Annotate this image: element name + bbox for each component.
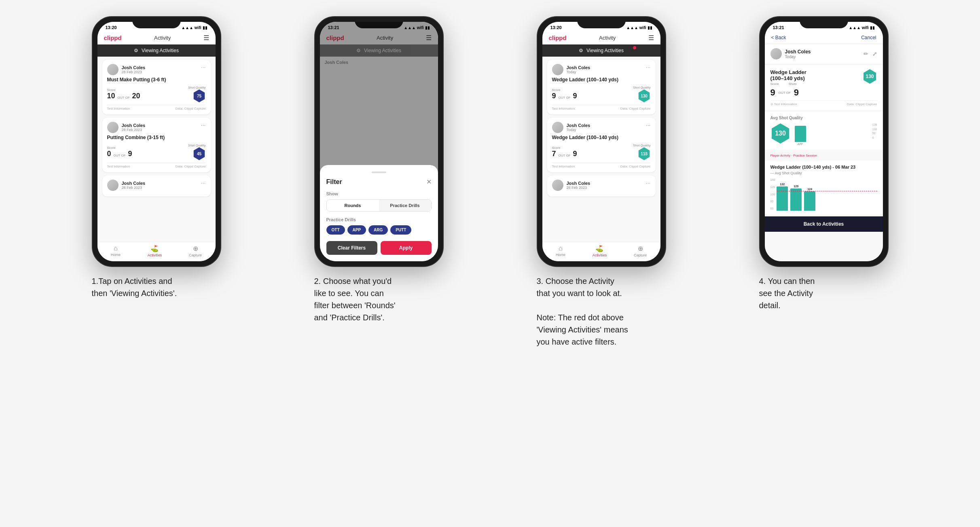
more-options-3-3[interactable]: ···: [646, 180, 651, 186]
card-footer-3-2: Test Information Data: Clippd Capture: [552, 163, 651, 168]
clear-filters-button[interactable]: Clear Filters: [326, 241, 377, 255]
nav-activities-3[interactable]: ⛳ Activities: [593, 245, 607, 257]
more-options-1-2[interactable]: ···: [201, 122, 206, 128]
bar-col-app: APP: [795, 126, 806, 146]
detail-user-name: Josh Coles: [785, 49, 811, 55]
pill-arg[interactable]: ARG: [368, 225, 388, 235]
data-source-1-1: Data: Clippd Capture: [176, 107, 206, 110]
signal-icon: ▲▲▲: [181, 25, 193, 30]
drill-name-1-2: Putting Combine (3-15 ft): [107, 135, 206, 140]
filter-modal: Filter ✕ Show Rounds Practice Drills Pra…: [320, 165, 438, 261]
avatar-1-3: [107, 180, 119, 191]
shots-col-label: Shots: [788, 82, 796, 86]
viewing-banner-3[interactable]: ⚙ Viewing Activities: [542, 44, 660, 57]
stats-row-1-1: Score 10 OUT OF 20 Shot Quality: [107, 86, 206, 102]
pill-group: OTT APP ARG PUTT: [326, 225, 432, 235]
trend-bar-rect-1: [777, 186, 788, 211]
stats-row-3-2: Score 7 OUT OF 9 Shot Quality 11: [552, 144, 651, 160]
detail-action-icons: ✏ ⤢: [864, 51, 877, 57]
trend-chart-area: 140 120 100 80 60 132: [770, 178, 877, 211]
nav-home-1[interactable]: ⌂ Home: [111, 245, 121, 257]
card-footer-1-2: Test Information Data: Clippd Capture: [107, 163, 206, 168]
back-to-activities-button[interactable]: Back to Activities: [765, 216, 883, 232]
practice-drills-toggle[interactable]: Practice Drills: [379, 200, 431, 211]
activity-list-1: Josh Coles 28 Feb 2023 ··· Must Make Put…: [97, 57, 216, 242]
filter-icon-1: ⚙: [134, 48, 138, 53]
quality-hex-1-1: 75: [193, 89, 206, 102]
detail-footer: ⊙ Test Information Data: Clippd Capture: [770, 100, 877, 106]
home-icon-1: ⌂: [114, 245, 118, 252]
activity-card-3-3[interactable]: Josh Coles 28 Feb 2023 ···: [547, 176, 656, 197]
battery-icon-4: ▮▮: [870, 25, 875, 30]
home-icon-3: ⌂: [559, 245, 563, 252]
time-1: 13:20: [106, 25, 117, 30]
top-nav-1: clippd Activity ☰: [97, 32, 216, 44]
more-options-1-1[interactable]: ···: [201, 64, 206, 70]
activity-card-1-2[interactable]: Josh Coles 28 Feb 2023 ··· Putting Combi…: [102, 118, 211, 172]
apply-button[interactable]: Apply: [381, 241, 432, 255]
test-info-3-2: Test Information: [552, 165, 575, 168]
nav-capture-1[interactable]: ⊕ Capture: [189, 245, 202, 257]
pill-ott[interactable]: OTT: [326, 225, 345, 235]
detail-score-section: Wedge Ladder(100–140 yds) Score Shots 9 …: [765, 65, 883, 110]
user-name-3-3: Josh Coles: [567, 181, 591, 186]
pill-app[interactable]: APP: [347, 225, 366, 235]
battery-icon-3: ▮▮: [648, 25, 652, 30]
activity-card-1-3[interactable]: Josh Coles 28 Feb 2023 ···: [102, 176, 211, 197]
user-name-3-1: Josh Coles: [567, 65, 591, 70]
detail-out-of: OUT OF: [779, 91, 791, 95]
trend-bar-1: 132: [777, 183, 788, 211]
banner-text-1: Viewing Activities: [142, 48, 179, 53]
toggle-group: Rounds Practice Drills: [326, 199, 432, 212]
viewing-banner-1[interactable]: ⚙ Viewing Activities: [97, 44, 216, 57]
edit-icon[interactable]: ✏: [864, 51, 868, 57]
nav-home-3[interactable]: ⌂ Home: [556, 245, 565, 257]
bar-app: [795, 126, 806, 142]
score-value-3-2: 7: [552, 150, 556, 158]
user-date-1-3: 28 Feb 2023: [122, 186, 146, 190]
more-options-3-1[interactable]: ···: [646, 64, 651, 70]
menu-icon-3[interactable]: ☰: [648, 34, 654, 42]
detail-data-source: Data: Clippd Capture: [847, 102, 877, 106]
filter-header: Filter ✕: [326, 178, 432, 186]
capture-icon-3: ⊕: [638, 245, 643, 252]
red-dot-3: [633, 46, 636, 49]
out-of-3-2: OUT OF: [559, 154, 571, 158]
shots-value-1-2: 9: [128, 150, 132, 158]
signal-icons-1: ▲▲▲ wifi ▮▮: [181, 25, 207, 30]
more-options-3-2[interactable]: ···: [646, 122, 651, 128]
more-options-1-3[interactable]: ···: [201, 180, 206, 186]
activities-icon-3: ⛳: [595, 245, 603, 252]
nav-title-1: Activity: [154, 35, 171, 41]
activity-card-3-1[interactable]: Josh Coles Today ··· Wedge Ladder (100–1…: [547, 60, 656, 114]
activity-card-3-2[interactable]: Josh Coles Today ··· Wedge Ladder (100–1…: [547, 118, 656, 172]
out-of-1-1: OUT OF: [118, 96, 130, 100]
quality-hex-3-2: 118: [638, 147, 651, 160]
close-button[interactable]: ✕: [426, 178, 432, 186]
trend-title: Wedge Ladder (100–140 yds) - 06 Mar 23: [770, 165, 877, 169]
phone-notch-1: [132, 17, 181, 28]
user-row-3-1: Josh Coles Today: [552, 64, 591, 75]
activity-card-1-1[interactable]: Josh Coles 28 Feb 2023 ··· Must Make Put…: [102, 60, 211, 114]
nav-activities-1[interactable]: ⛳ Activities: [148, 245, 162, 257]
filter-title: Filter: [326, 178, 342, 186]
y-label-50: 50: [872, 132, 877, 135]
phone-4: 13:21 ▲▲▲ wifi ▮▮ < Back Cancel: [759, 16, 889, 267]
score-col-label: Score: [770, 82, 779, 86]
rounds-toggle[interactable]: Rounds: [327, 200, 379, 211]
menu-icon-1[interactable]: ☰: [203, 34, 209, 42]
nav-capture-3[interactable]: ⊕ Capture: [634, 245, 647, 257]
cancel-button-4[interactable]: Cancel: [861, 35, 876, 40]
logo-1: clippd: [104, 34, 122, 41]
filter-actions: Clear Filters Apply: [326, 241, 432, 255]
expand-icon[interactable]: ⤢: [872, 51, 877, 57]
step-2: 13:21 ▲▲▲ wifi ▮▮ clippd Activity ☰: [274, 16, 484, 324]
drill-name-3-1: Wedge Ladder (100–140 yds): [552, 77, 651, 83]
nav-title-3: Activity: [599, 35, 616, 41]
detail-shots-value: 9: [794, 87, 799, 98]
pill-putt[interactable]: PUTT: [390, 225, 411, 235]
steps-container: 13:20 ▲▲▲ wifi ▮▮ clippd Activity ☰: [45, 16, 935, 348]
step-text-2: 2. Choose what you'd like to see. You ca…: [314, 275, 444, 324]
step-text-4: 4. You can then see the Activity detail.: [759, 275, 889, 311]
back-button[interactable]: < Back: [771, 35, 786, 40]
